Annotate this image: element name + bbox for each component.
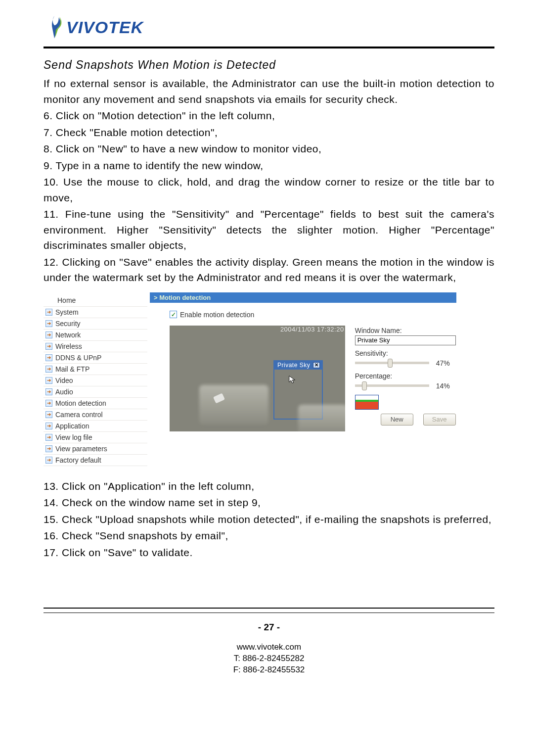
- sidebar-item-label: Wireless: [55, 342, 82, 350]
- sensitivity-slider[interactable]: [355, 362, 429, 364]
- arrow-icon: ➔: [45, 309, 52, 316]
- arrow-icon: ➔: [45, 366, 52, 373]
- sidebar-item-wireless[interactable]: ➔Wireless: [44, 340, 147, 352]
- detection-window-title: Private Sky: [277, 362, 310, 369]
- sidebar-item-label: Audio: [55, 388, 73, 396]
- sidebar-item-system[interactable]: ➔System: [44, 306, 147, 318]
- sidebar-item-label: View parameters: [55, 445, 107, 453]
- step-13: 13. Click on "Application" in the left c…: [44, 478, 494, 494]
- step-10: 10. Use the mouse to click, hold, and dr…: [44, 174, 494, 205]
- arrow-icon: ➔: [45, 343, 52, 350]
- footer-divider: [44, 608, 494, 609]
- sensitivity-label: Sensitivity:: [355, 349, 456, 357]
- sidebar-item-label: View log file: [55, 433, 92, 441]
- sidebar-item-factory-default[interactable]: ➔Factory default: [44, 454, 147, 466]
- step-8: 8. Click on "New" to have a new window t…: [44, 141, 494, 157]
- sidebar-item-label: Security: [55, 320, 81, 328]
- arrow-icon: ➔: [45, 411, 52, 418]
- cursor-shadow-icon: [213, 393, 225, 403]
- arrow-icon: ➔: [45, 377, 52, 384]
- window-name-label: Window Name:: [355, 327, 456, 334]
- section-title: Send Snapshots When Motion is Detected: [44, 58, 494, 72]
- header-divider: [44, 47, 494, 48]
- enable-motion-checkbox[interactable]: ✓ Enable motion detection: [170, 311, 456, 319]
- intro-paragraph: If no external sensor is available, the …: [44, 76, 494, 107]
- sidebar-item-view-log[interactable]: ➔View log file: [44, 431, 147, 443]
- mouse-cursor-icon: [288, 375, 297, 384]
- arrow-icon: ➔: [45, 457, 52, 464]
- brand-header: VIVOTEK: [44, 15, 494, 40]
- detection-window-header[interactable]: Private Sky ✕: [274, 361, 322, 370]
- footer-fax: F: 886-2-82455532: [44, 664, 494, 676]
- sidebar-item-mail-ftp[interactable]: ➔Mail & FTP: [44, 363, 147, 375]
- sidebar-item-video[interactable]: ➔Video: [44, 375, 147, 386]
- slider-knob-icon[interactable]: [388, 359, 393, 368]
- arrow-icon: ➔: [45, 354, 52, 361]
- slider-knob-icon[interactable]: [362, 381, 367, 390]
- red-bar-icon: [356, 407, 378, 409]
- sidebar-item-network[interactable]: ➔Network: [44, 329, 147, 340]
- step-6: 6. Click on "Motion detection" in the le…: [44, 108, 494, 124]
- sidebar-item-view-params[interactable]: ➔View parameters: [44, 443, 147, 454]
- step-14: 14. Check on the window name set in step…: [44, 495, 494, 511]
- step-11: 11. Fine-tune using the "Sensitivity" an…: [44, 206, 494, 253]
- video-timestamp: 2004/11/03 17:32:20: [280, 326, 344, 333]
- detection-controls: Window Name: Sensitivity: 47% Percentage…: [355, 326, 456, 431]
- sidebar-item-application[interactable]: ➔Application: [44, 420, 147, 431]
- brand-logo-icon: [44, 15, 65, 40]
- step-16: 16. Check "Send snapshots by email",: [44, 528, 494, 544]
- checkbox-checked-icon: ✓: [170, 311, 177, 318]
- footer-tel: T: 886-2-82455282: [44, 653, 494, 664]
- window-name-input[interactable]: [355, 335, 456, 345]
- sidebar-item-label: Camera control: [55, 411, 103, 419]
- sidebar-item-motion-detection[interactable]: ➔Motion detection: [44, 397, 147, 409]
- arrow-icon: ➔: [45, 400, 52, 407]
- panel-body: 2004/11/03 17:32:20 Private Sky ✕ Window…: [150, 326, 456, 431]
- enable-motion-label: Enable motion detection: [180, 311, 254, 319]
- sidebar-item-label: Factory default: [55, 456, 101, 464]
- activity-indicator: [355, 395, 379, 410]
- step-12: 12. Clicking on "Save" enables the activ…: [44, 254, 494, 285]
- brand-name: VIVOTEK: [66, 18, 143, 37]
- sidebar-item-audio[interactable]: ➔Audio: [44, 386, 147, 397]
- new-button[interactable]: New: [381, 414, 413, 425]
- footer-divider-thin: [44, 613, 494, 613]
- close-icon[interactable]: ✕: [313, 362, 320, 368]
- sidebar-item-label: Mail & FTP: [55, 365, 89, 373]
- sidebar-item-label: Video: [55, 377, 73, 384]
- document-page: VIVOTEK Send Snapshots When Motion is De…: [0, 0, 534, 696]
- config-sidebar: Home ➔System ➔Security ➔Network ➔Wireles…: [44, 292, 147, 466]
- percentage-label: Percentage:: [355, 372, 456, 380]
- panel-title: > Motion detection: [150, 292, 456, 303]
- sidebar-item-label: Motion detection: [55, 399, 106, 407]
- step-15: 15. Check "Upload snapshots while motion…: [44, 512, 494, 527]
- save-button[interactable]: Save: [423, 414, 456, 425]
- video-preview[interactable]: 2004/11/03 17:32:20 Private Sky ✕: [170, 326, 345, 431]
- sidebar-item-security[interactable]: ➔Security: [44, 318, 147, 329]
- sidebar-item-ddns-upnp[interactable]: ➔DDNS & UPnP: [44, 352, 147, 363]
- sidebar-item-label: System: [55, 308, 79, 316]
- arrow-icon: ➔: [45, 320, 52, 327]
- sidebar-item-home[interactable]: Home: [44, 292, 147, 306]
- sidebar-item-camera-control[interactable]: ➔Camera control: [44, 409, 147, 420]
- page-number: - 27 -: [44, 622, 494, 633]
- sidebar-item-label: DDNS & UPnP: [55, 354, 101, 362]
- motion-detection-panel: > Motion detection ✓ Enable motion detec…: [150, 292, 456, 431]
- detection-window[interactable]: Private Sky ✕: [273, 360, 323, 420]
- arrow-icon: ➔: [45, 388, 52, 395]
- percentage-value: 14%: [436, 382, 450, 390]
- percentage-slider[interactable]: [355, 384, 429, 387]
- page-footer: - 27 - www.vivotek.com T: 886-2-82455282…: [44, 622, 494, 676]
- sensitivity-value: 47%: [436, 359, 450, 367]
- footer-url: www.vivotek.com: [44, 642, 494, 653]
- arrow-icon: ➔: [45, 434, 52, 441]
- sidebar-item-label: Application: [55, 422, 89, 430]
- embedded-ui-screenshot: Home ➔System ➔Security ➔Network ➔Wireles…: [44, 292, 458, 466]
- sidebar-item-label: Network: [55, 331, 81, 339]
- step-7: 7. Check "Enable motion detection",: [44, 125, 494, 141]
- step-9: 9. Type in a name to identify the new wi…: [44, 158, 494, 174]
- arrow-icon: ➔: [45, 423, 52, 429]
- arrow-icon: ➔: [45, 445, 52, 452]
- step-17: 17. Click on "Save" to validate.: [44, 545, 494, 561]
- arrow-icon: ➔: [45, 331, 52, 338]
